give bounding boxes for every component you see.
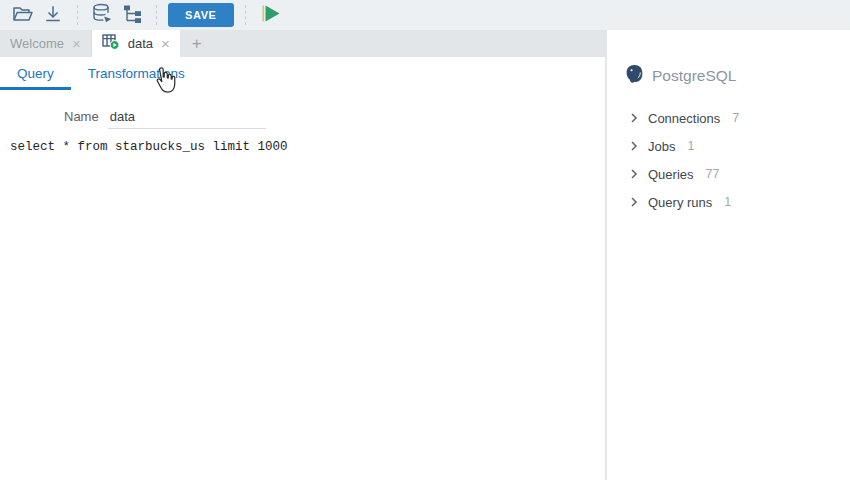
tree-structure-button[interactable] bbox=[117, 2, 147, 28]
close-icon[interactable]: × bbox=[161, 36, 170, 51]
toolbar: SAVE bbox=[0, 0, 850, 30]
tree-item-query-runs[interactable]: Query runs 1 bbox=[617, 188, 850, 216]
table-run-icon bbox=[102, 34, 120, 53]
tree-structure-icon bbox=[122, 4, 142, 27]
chevron-right-icon bbox=[629, 113, 639, 123]
sidebar-title: PostgreSQL bbox=[652, 67, 736, 85]
tree-item-label: Jobs bbox=[648, 139, 675, 154]
run-query-button[interactable] bbox=[257, 2, 287, 28]
tree-item-count: 1 bbox=[687, 139, 694, 153]
tab-data[interactable]: data × bbox=[92, 30, 180, 57]
main-area: Welcome × data × + Query bbox=[0, 30, 850, 480]
name-label: Name bbox=[64, 109, 99, 124]
tree-item-count: 1 bbox=[724, 195, 731, 209]
tab-transformations[interactable]: Transformations bbox=[71, 57, 202, 90]
close-icon[interactable]: × bbox=[72, 36, 81, 51]
sidebar-header: PostgreSQL bbox=[617, 64, 850, 88]
toolbar-separator bbox=[156, 5, 157, 25]
query-editor: Query Transformations Name select * from… bbox=[0, 57, 605, 154]
run-icon bbox=[261, 3, 282, 27]
name-field-row: Name bbox=[0, 107, 605, 129]
new-tab-button[interactable]: + bbox=[180, 30, 214, 57]
database-export-button[interactable] bbox=[87, 2, 117, 28]
name-input[interactable] bbox=[108, 107, 266, 129]
chevron-right-icon bbox=[629, 169, 639, 179]
database-export-icon bbox=[91, 3, 114, 27]
chevron-right-icon bbox=[629, 197, 639, 207]
tree-item-count: 7 bbox=[732, 111, 739, 125]
tree-item-label: Query runs bbox=[648, 195, 712, 210]
tab-query[interactable]: Query bbox=[0, 57, 71, 90]
sql-editor[interactable]: select * from starbucks_us limit 1000 bbox=[0, 140, 605, 154]
open-folder-icon bbox=[12, 5, 34, 26]
tree-item-label: Connections bbox=[648, 111, 720, 126]
tree-item-count: 77 bbox=[706, 167, 720, 181]
download-button[interactable] bbox=[38, 2, 68, 28]
chevron-right-icon bbox=[629, 141, 639, 151]
database-sidebar: PostgreSQL Connections 7 Jobs 1 Queries … bbox=[607, 30, 850, 480]
tab-label: data bbox=[128, 36, 153, 51]
editor-tab-bar: Query Transformations bbox=[0, 57, 605, 90]
tab-welcome[interactable]: Welcome × bbox=[0, 30, 92, 57]
tree-item-jobs[interactable]: Jobs 1 bbox=[617, 132, 850, 160]
tree-item-connections[interactable]: Connections 7 bbox=[617, 104, 850, 132]
save-button[interactable]: SAVE bbox=[168, 3, 234, 27]
download-icon bbox=[44, 5, 62, 26]
open-folder-button[interactable] bbox=[8, 2, 38, 28]
tab-label: Welcome bbox=[10, 36, 64, 51]
postgresql-logo-icon bbox=[625, 64, 644, 88]
toolbar-separator bbox=[77, 5, 78, 25]
editor-pane: Welcome × data × + Query bbox=[0, 30, 605, 480]
tree-item-queries[interactable]: Queries 77 bbox=[617, 160, 850, 188]
toolbar-separator bbox=[245, 5, 246, 25]
tree-item-label: Queries bbox=[648, 167, 694, 182]
document-tab-bar: Welcome × data × + bbox=[0, 30, 605, 57]
